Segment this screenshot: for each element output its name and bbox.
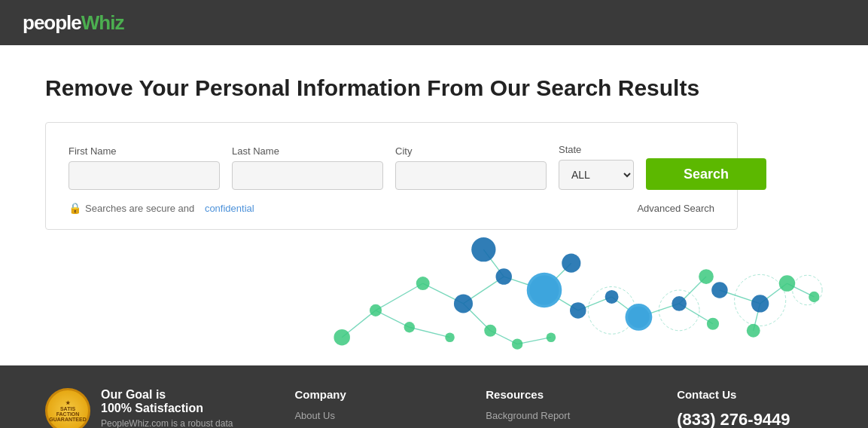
first-name-label: First Name	[69, 145, 220, 157]
form-row: First Name Last Name City State ALLALAKA…	[69, 144, 714, 190]
search-button[interactable]: Search	[646, 158, 766, 190]
secure-text: 🔒 Searches are secure and confidential	[69, 202, 254, 214]
state-label: State	[559, 144, 634, 155]
footer-link-about[interactable]: About Us	[294, 410, 440, 421]
header: peopleWhiz	[0, 0, 868, 45]
city-input[interactable]	[395, 161, 547, 190]
footer-contact-col: Contact Us (833) 276-9449	[677, 388, 823, 428]
satisfaction-badge: ★SATISFACTIONGUARANTEED	[45, 388, 90, 428]
city-label: City	[395, 145, 547, 157]
search-box: First Name Last Name City State ALLALAKA…	[45, 122, 738, 230]
svg-point-38	[809, 292, 819, 302]
footer-link-bg-report[interactable]: Background Report	[486, 410, 632, 421]
svg-line-19	[410, 327, 450, 337]
form-footer: 🔒 Searches are secure and confidential A…	[69, 202, 714, 214]
svg-point-37	[779, 275, 796, 292]
badge-text: ★SATISFACTIONGUARANTEED	[49, 400, 86, 422]
network-visualization	[45, 215, 823, 365]
svg-point-34	[699, 269, 714, 284]
goal-text: Our Goal is 100% Satisfaction PeopleWhiz…	[101, 388, 249, 428]
resources-heading: Resources	[486, 388, 632, 401]
svg-line-2	[376, 283, 423, 310]
svg-point-36	[747, 324, 760, 338]
svg-point-44	[570, 302, 586, 319]
svg-point-49	[751, 295, 769, 312]
footer-goal-section: ★SATISFACTIONGUARANTEED Our Goal is 100%…	[45, 388, 249, 428]
contact-phone[interactable]: (833) 276-9449	[677, 410, 823, 428]
state-group: State ALLALAKAZARCACOCTDEFLGAHIIDILINIAK…	[559, 144, 634, 190]
state-select[interactable]: ALLALAKAZARCACOCTDEFLGAHIIDILINIAKSKYLAM…	[559, 160, 634, 190]
logo[interactable]: peopleWhiz	[23, 11, 123, 35]
last-name-group: Last Name	[232, 145, 383, 190]
svg-point-32	[512, 339, 522, 350]
footer: ★SATISFACTIONGUARANTEED Our Goal is 100%…	[0, 365, 868, 428]
last-name-input[interactable]	[232, 161, 383, 190]
page-title: Remove Your Personal Information From Ou…	[45, 75, 823, 101]
svg-point-48	[711, 282, 728, 298]
svg-point-30	[416, 277, 430, 290]
logo-text-whiz: Whiz	[81, 11, 124, 34]
city-group: City	[395, 145, 547, 190]
svg-point-39	[471, 237, 495, 261]
svg-point-28	[404, 322, 415, 332]
goal-heading: Our Goal is 100% Satisfaction	[101, 388, 249, 415]
svg-point-35	[707, 318, 719, 330]
advanced-search-link[interactable]: Advanced Search	[637, 203, 714, 214]
first-name-input[interactable]	[69, 161, 220, 190]
lock-icon: 🔒	[69, 202, 81, 214]
svg-point-33	[547, 332, 556, 342]
svg-point-29	[445, 332, 455, 342]
goal-heading-line2: 100% Satisfaction	[101, 402, 249, 415]
footer-company-col: Company About Us Testimonials The People…	[294, 388, 440, 428]
svg-point-41	[495, 268, 512, 285]
contact-heading: Contact Us	[677, 388, 823, 401]
last-name-label: Last Name	[232, 145, 383, 157]
svg-point-47	[672, 296, 687, 311]
svg-point-31	[484, 325, 496, 337]
network-svg	[45, 215, 823, 365]
svg-point-43	[562, 254, 580, 273]
secure-label: Searches are secure and	[85, 203, 194, 214]
svg-point-50	[527, 273, 562, 308]
first-name-group: First Name	[69, 145, 220, 190]
svg-point-26	[333, 329, 350, 346]
logo-text-people: people	[23, 11, 81, 34]
svg-point-40	[454, 294, 473, 313]
svg-point-45	[605, 290, 619, 304]
confidential-label: confidential	[205, 203, 254, 214]
goal-description: PeopleWhiz.com is a robust data architec…	[101, 417, 249, 428]
goal-heading-line1: Our Goal is	[101, 388, 249, 402]
footer-resources-col: Resources Background Report Errors Crimi…	[486, 388, 632, 428]
company-heading: Company	[294, 388, 440, 401]
main-content: Remove Your Personal Information From Ou…	[0, 45, 868, 365]
svg-point-27	[370, 304, 382, 316]
svg-point-51	[625, 304, 652, 331]
